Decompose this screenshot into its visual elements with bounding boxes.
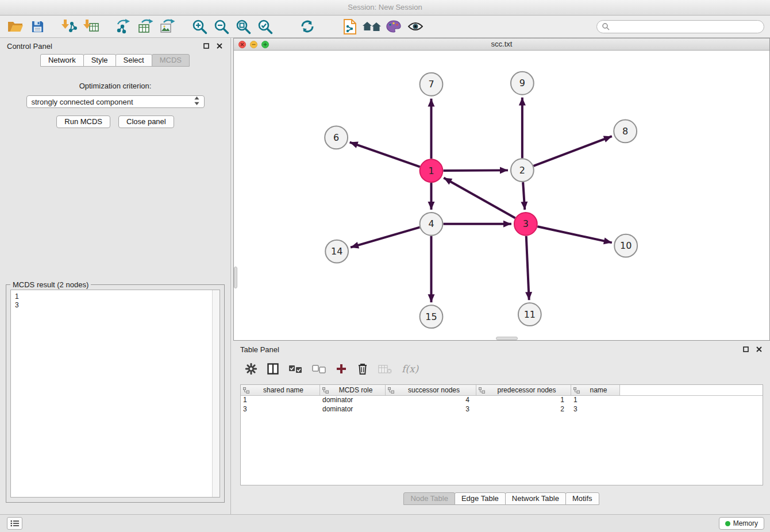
- table-settings-button[interactable]: [245, 363, 257, 375]
- memory-button[interactable]: Memory: [719, 517, 764, 530]
- network-window-title: scc.txt: [491, 40, 513, 48]
- vertical-splitter-handle[interactable]: [234, 267, 237, 288]
- graph-node-6[interactable]: 6: [325, 126, 348, 149]
- svg-text:1: 1: [428, 165, 434, 176]
- save-session-button[interactable]: [26, 17, 48, 36]
- graph-node-4[interactable]: 4: [420, 213, 443, 236]
- criterion-dropdown[interactable]: strongly connected component: [26, 95, 205, 108]
- column-header[interactable]: successor nodes: [386, 385, 476, 395]
- add-column-button[interactable]: [336, 363, 347, 375]
- zoom-window-button[interactable]: [261, 41, 269, 48]
- column-tree-icon: [573, 387, 580, 394]
- zoom-in-icon: [192, 19, 207, 34]
- tab-network-table[interactable]: Network Table: [505, 492, 566, 505]
- show-columns-button[interactable]: [267, 363, 279, 375]
- graph-node-1[interactable]: 1: [420, 159, 443, 182]
- minimize-window-button[interactable]: [250, 41, 257, 48]
- table-cell: 3: [386, 405, 476, 414]
- table-cell: 1: [476, 396, 571, 405]
- export-image-icon: [159, 19, 175, 34]
- graph-edge-3-1[interactable]: [444, 178, 515, 218]
- open-network-file-button[interactable]: [339, 17, 361, 36]
- graph-edge-3-10[interactable]: [537, 226, 612, 242]
- export-network-button[interactable]: [113, 17, 134, 36]
- delete-column-button[interactable]: [357, 363, 368, 375]
- horizontal-splitter-handle[interactable]: [496, 337, 518, 340]
- zoom-in-button[interactable]: [188, 17, 210, 36]
- network-view-window: scc.txt 1234678910111415: [233, 38, 770, 341]
- result-scrollbar[interactable]: [212, 290, 220, 497]
- deselect-all-button[interactable]: [312, 365, 326, 373]
- home-button[interactable]: [361, 17, 383, 36]
- style-button[interactable]: [383, 17, 405, 36]
- graph-edge-3-11[interactable]: [526, 236, 529, 300]
- zoom-selected-button[interactable]: [254, 17, 276, 36]
- mcds-result-list[interactable]: 13: [10, 290, 220, 498]
- control-panel-tabs: NetworkStyleSelectMCDS: [0, 54, 230, 67]
- graph-node-9[interactable]: 9: [511, 72, 534, 95]
- table-row[interactable]: 1dominator411: [241, 396, 763, 405]
- table-row[interactable]: 3dominator323: [241, 405, 763, 414]
- network-graph[interactable]: 1234678910111415: [234, 51, 769, 340]
- graph-edge-2-8[interactable]: [533, 136, 611, 166]
- refresh-button[interactable]: [297, 17, 318, 36]
- select-all-button[interactable]: [288, 365, 302, 373]
- delete-table-button[interactable]: [378, 364, 392, 374]
- task-history-button[interactable]: [7, 517, 22, 530]
- svg-text:14: 14: [331, 246, 342, 257]
- graph-edge-1-6[interactable]: [350, 142, 420, 167]
- close-mcds-panel-button[interactable]: Close panel: [118, 115, 174, 128]
- import-table-button[interactable]: [80, 17, 102, 36]
- close-panel-button[interactable]: [215, 42, 224, 50]
- graph-node-8[interactable]: 8: [614, 120, 637, 143]
- close-table-panel-button[interactable]: [755, 345, 763, 353]
- graph-edge-4-14[interactable]: [351, 228, 419, 248]
- open-session-button[interactable]: [5, 17, 26, 36]
- svg-text:4: 4: [428, 218, 434, 229]
- show-hide-button[interactable]: [405, 17, 426, 36]
- float-table-panel-button[interactable]: [742, 345, 750, 353]
- status-bar: Memory: [0, 514, 770, 532]
- graph-node-2[interactable]: 2: [511, 159, 534, 182]
- column-header[interactable]: name: [571, 385, 620, 395]
- column-header[interactable]: predecessor nodes: [476, 385, 571, 395]
- network-canvas[interactable]: 1234678910111415: [234, 51, 769, 340]
- table-cell: 3: [571, 405, 620, 414]
- tab-select[interactable]: Select: [116, 54, 152, 67]
- graph-edge-2-3[interactable]: [523, 182, 525, 210]
- column-header[interactable]: MCDS role: [320, 385, 386, 395]
- function-builder-button[interactable]: f(x): [402, 363, 418, 375]
- graph-node-14[interactable]: 14: [325, 240, 348, 263]
- tab-motifs[interactable]: Motifs: [565, 492, 599, 505]
- svg-text:3: 3: [523, 218, 529, 229]
- graph-edge-1-2[interactable]: [443, 170, 508, 171]
- table-cell: 2: [476, 405, 571, 414]
- open-folder-icon: [7, 20, 24, 33]
- import-network-icon: [61, 19, 78, 34]
- export-image-button[interactable]: [156, 17, 178, 36]
- float-panel-button[interactable]: [202, 42, 210, 50]
- tab-style[interactable]: Style: [83, 54, 116, 67]
- close-window-button[interactable]: [238, 41, 246, 48]
- export-table-button[interactable]: [134, 17, 156, 36]
- search-field[interactable]: [596, 20, 764, 33]
- window-title: Session: New Session: [0, 0, 770, 16]
- graph-node-11[interactable]: 11: [518, 303, 541, 326]
- node-table-body: 1dominator4113dominator323: [241, 396, 763, 414]
- zoom-fit-button[interactable]: [232, 17, 254, 36]
- column-header[interactable]: shared name: [241, 385, 320, 395]
- homes-icon: [362, 20, 382, 33]
- graph-node-3[interactable]: 3: [514, 213, 537, 236]
- tab-edge-table[interactable]: Edge Table: [455, 492, 506, 505]
- graph-node-10[interactable]: 10: [614, 234, 637, 257]
- zoom-out-button[interactable]: [210, 17, 232, 36]
- tab-mcds[interactable]: MCDS: [152, 54, 190, 67]
- import-network-button[interactable]: [59, 17, 80, 36]
- run-mcds-button[interactable]: Run MCDS: [56, 115, 110, 128]
- search-input[interactable]: [613, 23, 759, 31]
- table-cell: 1: [571, 396, 620, 405]
- tab-node-table[interactable]: Node Table: [403, 492, 455, 505]
- graph-node-15[interactable]: 15: [420, 305, 443, 328]
- graph-node-7[interactable]: 7: [420, 73, 443, 96]
- tab-network[interactable]: Network: [40, 54, 84, 67]
